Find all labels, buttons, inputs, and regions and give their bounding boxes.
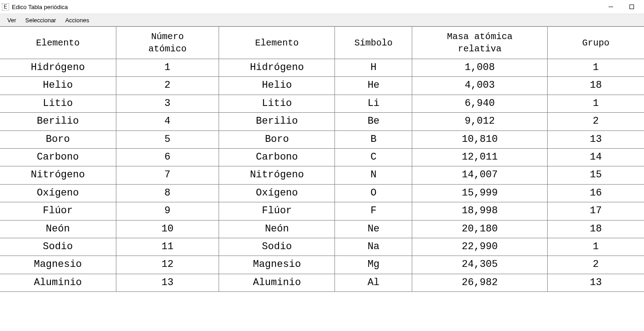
table-cell[interactable]: Helio (0, 77, 116, 95)
table-cell[interactable]: Magnesio (0, 256, 116, 274)
table-cell[interactable]: 14,007 (412, 166, 548, 184)
table-cell[interactable]: 1 (547, 95, 644, 112)
table-row[interactable]: Hidrógeno1HidrógenoH1,0081 (0, 59, 644, 77)
table-row[interactable]: Neón10NeónNe20,18018 (0, 220, 644, 238)
table-cell[interactable]: Litio (0, 95, 116, 112)
table-cell[interactable]: 26,982 (412, 274, 548, 291)
table-row[interactable]: Berilio4BerilioBe9,0122 (0, 113, 644, 130)
table-cell[interactable]: 6,940 (412, 95, 548, 112)
table-cell[interactable]: Neón (0, 220, 116, 238)
table-cell[interactable]: 5 (116, 130, 219, 148)
maximize-button[interactable] (621, 0, 642, 14)
table-row[interactable]: Nitrógeno7NitrógenoN14,00715 (0, 166, 644, 184)
col-header-simbolo[interactable]: Símbolo (335, 27, 412, 59)
table-cell[interactable]: 8 (116, 184, 219, 202)
table-cell[interactable]: Mg (335, 256, 412, 274)
table-cell[interactable]: 16 (547, 184, 644, 202)
table-row[interactable]: Helio2HelioHe4,00318 (0, 77, 644, 95)
col-header-grupo[interactable]: Grupo (547, 27, 644, 59)
table-cell[interactable]: 2 (116, 77, 219, 95)
table-cell[interactable]: 4,003 (412, 77, 548, 95)
table-cell[interactable]: 1 (547, 59, 644, 77)
col-header-numero-atomico[interactable]: Númeroatómico (116, 27, 219, 59)
table-cell[interactable]: Litio (219, 95, 335, 112)
table-cell[interactable]: Li (335, 95, 412, 112)
table-cell[interactable]: 22,990 (412, 238, 548, 256)
table-cell[interactable]: 13 (547, 130, 644, 148)
table-cell[interactable]: 13 (547, 274, 644, 291)
table-cell[interactable]: 11 (116, 238, 219, 256)
table-cell[interactable]: 2 (547, 256, 644, 274)
table-cell[interactable]: B (335, 130, 412, 148)
table-cell[interactable]: Sodio (219, 238, 335, 256)
table-cell[interactable]: Aluminio (219, 274, 335, 291)
table-cell[interactable]: Aluminio (0, 274, 116, 291)
table-cell[interactable]: H (335, 59, 412, 77)
table-cell[interactable]: N (335, 166, 412, 184)
table-cell[interactable]: 1,008 (412, 59, 548, 77)
table-cell[interactable]: Berilio (0, 113, 116, 130)
table-cell[interactable]: 2 (547, 113, 644, 130)
table-cell[interactable]: C (335, 148, 412, 166)
table-cell[interactable]: 6 (116, 148, 219, 166)
table-cell[interactable]: 13 (116, 274, 219, 291)
table-cell[interactable]: Be (335, 113, 412, 130)
col-header-elemento-1[interactable]: Elemento (0, 27, 116, 59)
table-container[interactable]: Elemento Númeroatómico Elemento Símbolo … (0, 26, 644, 331)
table-cell[interactable]: Nitrógeno (0, 166, 116, 184)
table-cell[interactable]: Hidrógeno (219, 59, 335, 77)
table-cell[interactable]: 4 (116, 113, 219, 130)
minimize-button[interactable] (600, 0, 621, 14)
table-row[interactable]: Litio3LitioLi6,9401 (0, 95, 644, 112)
table-cell[interactable]: 18 (547, 77, 644, 95)
menu-ver[interactable]: Ver (3, 15, 21, 25)
table-cell[interactable]: Na (335, 238, 412, 256)
table-cell[interactable]: Carbono (219, 148, 335, 166)
menu-acciones[interactable]: Acciones (60, 15, 94, 25)
table-cell[interactable]: 12 (116, 256, 219, 274)
table-cell[interactable]: 17 (547, 202, 644, 220)
table-cell[interactable]: Sodio (0, 238, 116, 256)
table-cell[interactable]: Helio (219, 77, 335, 95)
table-cell[interactable]: O (335, 184, 412, 202)
table-cell[interactable]: 14 (547, 148, 644, 166)
table-cell[interactable]: Flúor (0, 202, 116, 220)
table-cell[interactable]: Neón (219, 220, 335, 238)
table-cell[interactable]: Magnesio (219, 256, 335, 274)
table-cell[interactable]: 12,011 (412, 148, 548, 166)
table-cell[interactable]: Oxígeno (219, 184, 335, 202)
table-row[interactable]: Oxígeno8OxígenoO15,99916 (0, 184, 644, 202)
table-cell[interactable]: 18 (547, 220, 644, 238)
col-header-elemento-2[interactable]: Elemento (219, 27, 335, 59)
table-cell[interactable]: Nitrógeno (219, 166, 335, 184)
table-cell[interactable]: 20,180 (412, 220, 548, 238)
table-cell[interactable]: F (335, 202, 412, 220)
table-cell[interactable]: He (335, 77, 412, 95)
table-cell[interactable]: 1 (116, 59, 219, 77)
table-row[interactable]: Magnesio12MagnesioMg24,3052 (0, 256, 644, 274)
table-cell[interactable]: Al (335, 274, 412, 291)
table-cell[interactable]: 1 (547, 238, 644, 256)
table-cell[interactable]: Boro (219, 130, 335, 148)
table-cell[interactable]: 3 (116, 95, 219, 112)
table-cell[interactable]: Oxígeno (0, 184, 116, 202)
table-cell[interactable]: 9 (116, 202, 219, 220)
table-cell[interactable]: 10 (116, 220, 219, 238)
table-cell[interactable]: Berilio (219, 113, 335, 130)
table-cell[interactable]: Ne (335, 220, 412, 238)
table-cell[interactable]: 15 (547, 166, 644, 184)
table-row[interactable]: Carbono6CarbonoC12,01114 (0, 148, 644, 166)
table-cell[interactable]: 7 (116, 166, 219, 184)
table-row[interactable]: Sodio11SodioNa22,9901 (0, 238, 644, 256)
table-cell[interactable]: 15,999 (412, 184, 548, 202)
table-cell[interactable]: 18,998 (412, 202, 548, 220)
table-cell[interactable]: Hidrógeno (0, 59, 116, 77)
menu-seleccionar[interactable]: Seleccionar (21, 15, 61, 25)
table-row[interactable]: Flúor9FlúorF18,99817 (0, 202, 644, 220)
table-row[interactable]: Boro5BoroB10,81013 (0, 130, 644, 148)
table-cell[interactable]: Flúor (219, 202, 335, 220)
table-cell[interactable]: Boro (0, 130, 116, 148)
table-cell[interactable]: 10,810 (412, 130, 548, 148)
table-cell[interactable]: Carbono (0, 148, 116, 166)
table-row[interactable]: Aluminio13AluminioAl26,98213 (0, 274, 644, 291)
